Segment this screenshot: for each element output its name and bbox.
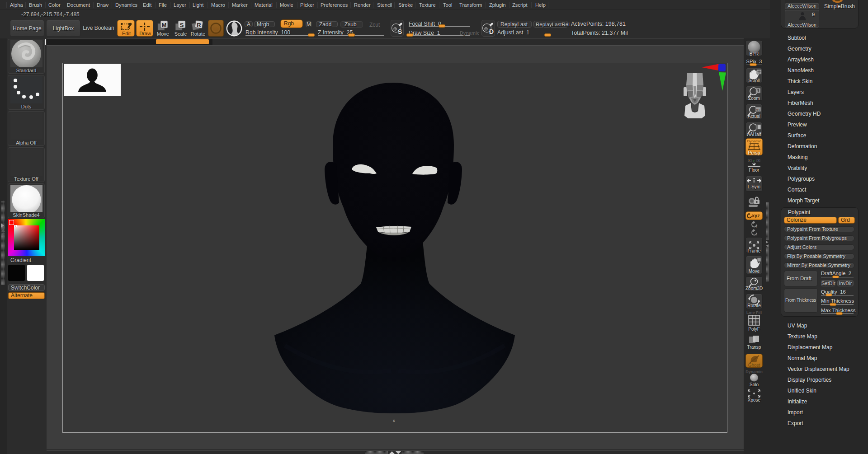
svg-text:z: z [755, 232, 757, 236]
svg-text:x1: x1 [756, 108, 760, 112]
svg-text:y: y [755, 224, 757, 228]
svg-text:M: M [162, 22, 167, 28]
svg-text:y: y [753, 159, 755, 162]
svg-text:S: S [180, 22, 184, 28]
svg-text:R: R [197, 22, 201, 28]
